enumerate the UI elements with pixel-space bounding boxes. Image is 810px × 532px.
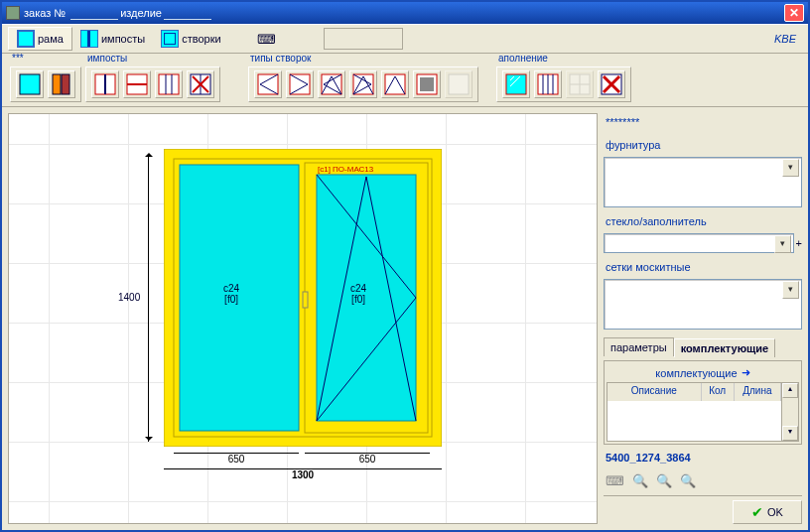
window-drawing: [164, 149, 442, 447]
ok-label: OK: [767, 506, 783, 518]
svg-rect-0: [20, 74, 40, 94]
tool-door[interactable]: [48, 70, 75, 98]
tool-fill-grid[interactable]: [534, 70, 562, 98]
zoom-in-icon[interactable]: 🔍: [632, 473, 648, 488]
brand-label: KBE: [774, 33, 802, 45]
col-qty[interactable]: Кол: [702, 383, 735, 401]
furniture-label: фурнитура: [604, 135, 802, 153]
title-product-blank: [164, 7, 211, 20]
svg-rect-22: [506, 74, 526, 94]
tool-impost-pair[interactable]: [155, 70, 183, 98]
frame-icon: [17, 30, 35, 48]
tool-fill-cross-disabled: [566, 70, 594, 98]
side-panel: ******** фурнитура стекло/заполнитель + …: [604, 113, 802, 524]
svg-rect-40: [303, 292, 308, 308]
col-desc[interactable]: Описание: [608, 383, 702, 401]
tool-sash-tiltturn-right[interactable]: [349, 70, 377, 98]
zoom-fit-icon[interactable]: 🔍: [680, 473, 696, 488]
titlebar: заказ № изделие ✕: [2, 2, 808, 24]
mode-sash-button[interactable]: створки: [153, 28, 228, 50]
arrow-right-icon[interactable]: ➜: [742, 366, 750, 379]
close-button[interactable]: ✕: [784, 4, 804, 22]
title-order-label: заказ №: [24, 7, 66, 19]
pane-hardware-label: [c1] ПО-МАС13: [318, 165, 373, 174]
tool-impost-delete[interactable]: [187, 70, 214, 98]
svg-rect-2: [62, 74, 69, 94]
mode-sash-label: створки: [182, 33, 220, 45]
mode-frame-button[interactable]: рама: [8, 27, 72, 51]
app-icon: [6, 6, 20, 20]
dim-left: 650: [174, 453, 299, 465]
pane-right-label: c24[f0]: [350, 283, 366, 305]
drawing-canvas[interactable]: 1400 c24[f0]: [8, 113, 598, 524]
calculator-button[interactable]: ⌨: [249, 30, 284, 49]
dim-right: 650: [305, 453, 430, 465]
pane-left-label: c24[f0]: [223, 283, 239, 305]
tool-sash-mesh[interactable]: [413, 70, 441, 98]
svg-rect-7: [159, 74, 179, 94]
nets-label: сетки москитные: [604, 257, 802, 275]
calc-small-icon[interactable]: ⌨: [606, 473, 624, 488]
tool-impost-vertical[interactable]: [91, 70, 119, 98]
tool-impost-horizontal[interactable]: [123, 70, 151, 98]
mode-impost-button[interactable]: импосты: [72, 28, 153, 50]
tool-sash-tilt[interactable]: [381, 70, 409, 98]
dim-height: 1400: [118, 292, 140, 303]
tab-components[interactable]: комплектующие: [674, 338, 776, 357]
toolgroup-3-caption: типы створок: [248, 53, 478, 66]
stars-label: ********: [604, 113, 802, 131]
tool-sash-disabled: [445, 70, 472, 98]
nets-combo[interactable]: [604, 279, 802, 330]
plus-icon[interactable]: +: [796, 237, 802, 249]
grid-title: комплектующие: [655, 367, 737, 379]
title-product-label: изделие: [120, 7, 162, 19]
components-panel: комплектующие ➜ Описание Кол Длина ▴▾: [604, 360, 802, 445]
calculator-icon: ⌨: [257, 32, 276, 47]
glass-combo[interactable]: [604, 233, 794, 253]
tab-parameters[interactable]: параметры: [604, 337, 674, 356]
glass-label: стекло/заполнитель: [604, 211, 802, 229]
blank-readout: [324, 28, 403, 50]
dim-total: 1300: [164, 468, 442, 480]
tool-sash-tiltturn-left[interactable]: [318, 70, 345, 98]
mode-impost-label: импосты: [101, 33, 145, 45]
svg-rect-20: [420, 77, 434, 91]
toolbar: *** импосты типы створок: [2, 54, 808, 107]
tool-new-pane[interactable]: [16, 70, 44, 98]
sash-icon: [161, 30, 179, 48]
col-len[interactable]: Длина: [735, 383, 781, 401]
ok-button[interactable]: ✔ OK: [733, 500, 802, 524]
impost-icon: [80, 30, 98, 48]
grid-scrollbar[interactable]: ▴▾: [781, 383, 798, 441]
mode-frame-label: рама: [38, 33, 64, 45]
check-icon: ✔: [751, 504, 763, 520]
tool-sash-right[interactable]: [286, 70, 314, 98]
status-code: 5400_1274_3864: [604, 449, 802, 466]
tool-fill-delete[interactable]: [598, 70, 625, 98]
toolgroup-1-caption: ***: [10, 53, 81, 66]
tool-fill-glass[interactable]: [502, 70, 530, 98]
title-order-blank: [70, 7, 118, 20]
mode-bar: рама импосты створки ⌨ KBE: [2, 24, 808, 54]
furniture-combo[interactable]: [604, 157, 802, 207]
svg-rect-21: [449, 74, 469, 94]
tool-sash-left[interactable]: [254, 70, 282, 98]
zoom-out-icon[interactable]: 🔍: [656, 473, 672, 488]
toolgroup-4-caption: аполнение: [496, 53, 631, 66]
svg-rect-1: [53, 74, 61, 94]
toolgroup-2-caption: импосты: [85, 53, 220, 66]
